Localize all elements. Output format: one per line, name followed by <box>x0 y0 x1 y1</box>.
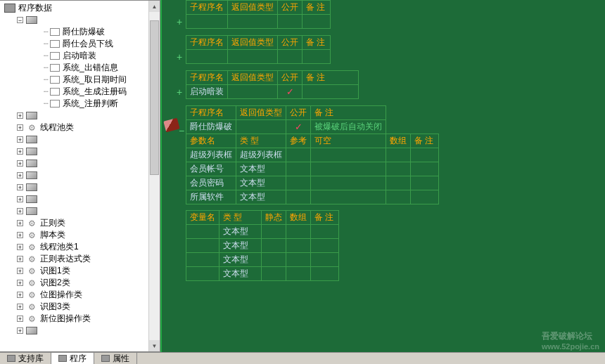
expand-icon[interactable]: + <box>17 220 23 226</box>
collapse-icon[interactable]: − <box>17 17 23 23</box>
expand-icon[interactable]: + <box>17 327 23 334</box>
tree-named-1[interactable]: +脚本类 <box>0 229 160 241</box>
var-arr[interactable] <box>286 253 311 267</box>
tree-named-8[interactable]: +新位图操作类 <box>0 313 160 325</box>
param-name[interactable]: 会员帐号 <box>186 162 236 176</box>
var-type[interactable]: 文本型 <box>219 239 262 253</box>
cell[interactable] <box>302 50 331 64</box>
var-type[interactable]: 文本型 <box>219 267 262 281</box>
param-row[interactable]: 会员帐号文本型 <box>186 162 439 176</box>
var-rem[interactable] <box>311 267 339 281</box>
expand-icon[interactable]: + <box>17 244 23 250</box>
param-arr[interactable] <box>386 162 411 176</box>
var-table[interactable]: 变量名 类 型 静态 数组 备 注 文本型文本型文本型文本型 <box>186 210 339 281</box>
expand-icon[interactable]: + <box>176 89 183 96</box>
var-static[interactable] <box>262 253 286 267</box>
expand-icon[interactable]: + <box>17 160 23 167</box>
expand-icon[interactable]: + <box>17 172 23 178</box>
expand-icon[interactable]: + <box>17 196 23 202</box>
tree-threadclass[interactable]: + 线程池类 <box>0 122 160 134</box>
scroll-up-icon[interactable]: ▲ <box>149 1 160 12</box>
var-arr[interactable] <box>286 225 311 239</box>
tree-leaf-0[interactable]: ┄爵仕防爆破 <box>0 26 160 38</box>
cell-pub-check[interactable]: ✓ <box>278 85 302 99</box>
param-ref[interactable] <box>286 162 311 176</box>
vertical-scrollbar[interactable]: ▲ ▼ <box>148 1 160 351</box>
tab-properties[interactable]: 属性 <box>94 353 137 364</box>
tree-group[interactable]: − <box>0 14 160 26</box>
cell-rem[interactable]: 被爆破后自动关闭 <box>311 120 386 134</box>
var-name[interactable] <box>186 239 219 253</box>
param-rem[interactable] <box>411 148 439 162</box>
expand-icon[interactable]: + <box>17 292 23 298</box>
sub-table-3[interactable]: 子程序名 返回值类型 公开 备 注 启动暗装 ✓ <box>186 70 359 99</box>
tree-leaf-3[interactable]: ┄系统_出错信息 <box>0 62 160 74</box>
tree-blank-group[interactable]: + <box>0 181 160 193</box>
tab-program[interactable]: 程序 <box>51 353 94 364</box>
tree-named-5[interactable]: +识图2类 <box>0 277 160 289</box>
expand-icon[interactable]: + <box>17 148 23 155</box>
var-row[interactable]: 文本型 <box>186 225 339 239</box>
param-null[interactable] <box>311 148 386 162</box>
tree-named-3[interactable]: +正则表达式类 <box>0 253 160 265</box>
tree-group-tail[interactable]: + <box>0 325 160 337</box>
tree-leaf-2[interactable]: ┄启动暗装 <box>0 50 160 62</box>
expand-icon[interactable]: + <box>17 208 23 214</box>
tree-root[interactable]: 程序数据 <box>0 2 160 14</box>
var-rem[interactable] <box>311 225 339 239</box>
param-ref[interactable] <box>286 176 311 190</box>
expand-icon[interactable]: + <box>17 316 23 322</box>
cell[interactable] <box>228 15 278 29</box>
param-arr[interactable] <box>386 190 411 204</box>
cell[interactable] <box>278 50 302 64</box>
var-name[interactable] <box>186 253 219 267</box>
tree-leaf-6[interactable]: ┄系统_注册判断 <box>0 98 160 110</box>
tree-leaf-5[interactable]: ┄系统_生成注册码 <box>0 86 160 98</box>
cell[interactable] <box>302 15 331 29</box>
param-row[interactable]: 所属软件文本型 <box>186 190 439 204</box>
tab-support[interactable]: 支持库 <box>0 353 51 364</box>
tree-view[interactable]: 程序数据 − ┄爵仕防爆破┄爵仕会员下线┄启动暗装┄系统_出错信息┄系统_取日期… <box>0 1 160 351</box>
param-type[interactable]: 文本型 <box>236 190 286 204</box>
cell-ret[interactable] <box>236 120 286 134</box>
tree-group-empty[interactable]: + <box>0 110 160 122</box>
var-row[interactable]: 文本型 <box>186 267 339 281</box>
param-name[interactable]: 超级列表框 <box>186 148 236 162</box>
expand-icon[interactable]: + <box>17 232 23 238</box>
collapse-icon[interactable]: − <box>179 125 184 136</box>
cell[interactable] <box>278 15 302 29</box>
var-type[interactable]: 文本型 <box>219 253 262 267</box>
expand-icon[interactable]: + <box>176 18 183 25</box>
expand-icon[interactable]: + <box>17 256 23 262</box>
expand-icon[interactable]: + <box>17 112 23 119</box>
var-rem[interactable] <box>311 239 339 253</box>
param-null[interactable] <box>311 162 386 176</box>
param-type[interactable]: 文本型 <box>236 162 286 176</box>
tree-named-6[interactable]: +位图操作类 <box>0 289 160 301</box>
var-static[interactable] <box>262 267 286 281</box>
tree-leaf-4[interactable]: ┄系统_取日期时间 <box>0 74 160 86</box>
scroll-down-icon[interactable]: ▼ <box>149 340 160 351</box>
expand-icon[interactable]: + <box>176 53 183 60</box>
param-arr[interactable] <box>386 176 411 190</box>
param-name[interactable]: 所属软件 <box>186 190 236 204</box>
tree-named-2[interactable]: +线程池类1 <box>0 241 160 253</box>
tree-named-4[interactable]: +识图1类 <box>0 265 160 277</box>
param-row[interactable]: 会员密码文本型 <box>186 176 439 190</box>
sub-table-4[interactable]: 子程序名 返回值类型 公开 备 注 爵仕防爆破 ✓ 被爆破后自动关闭 参数名 类… <box>186 105 439 204</box>
param-rem[interactable] <box>411 176 439 190</box>
var-type[interactable]: 文本型 <box>219 225 262 239</box>
param-name[interactable]: 会员密码 <box>186 176 236 190</box>
tree-blank-group[interactable]: + <box>0 145 160 157</box>
var-rem[interactable] <box>311 253 339 267</box>
param-row[interactable]: 超级列表框超级列表框 <box>186 148 439 162</box>
cell-rem[interactable] <box>302 85 359 99</box>
var-arr[interactable] <box>286 267 311 281</box>
var-name[interactable] <box>186 225 219 239</box>
expand-icon[interactable]: + <box>17 124 23 131</box>
cell-name[interactable]: 爵仕防爆破 <box>186 120 236 134</box>
sub-table-2[interactable]: 子程序名 返回值类型 公开 备 注 <box>186 35 331 64</box>
cell-pub-check[interactable]: ✓ <box>286 120 311 134</box>
var-name[interactable] <box>186 267 219 281</box>
sub-table-1[interactable]: 子程序名 返回值类型 公开 备 注 <box>186 0 331 29</box>
